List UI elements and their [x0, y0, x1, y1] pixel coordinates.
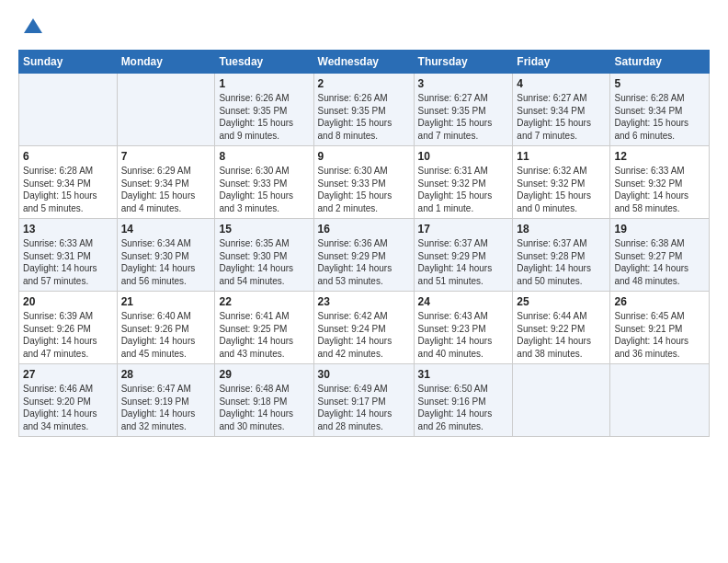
day-number: 17 [418, 223, 509, 236]
day-number: 6 [23, 150, 113, 163]
calendar-cell [610, 364, 710, 437]
calendar-cell: 4Sunrise: 6:27 AM Sunset: 9:34 PM Daylig… [513, 74, 610, 146]
day-info: Sunrise: 6:41 AM Sunset: 9:25 PM Dayligh… [219, 311, 293, 359]
day-number: 16 [318, 223, 410, 236]
calendar-cell: 2Sunrise: 6:26 AM Sunset: 9:35 PM Daylig… [313, 74, 414, 146]
calendar-cell: 27Sunrise: 6:46 AM Sunset: 9:20 PM Dayli… [19, 364, 118, 437]
calendar-cell: 16Sunrise: 6:36 AM Sunset: 9:29 PM Dayli… [313, 219, 414, 292]
day-number: 24 [418, 295, 509, 308]
day-number: 22 [219, 295, 309, 308]
calendar-cell: 12Sunrise: 6:33 AM Sunset: 9:32 PM Dayli… [610, 146, 710, 219]
calendar-cell: 28Sunrise: 6:47 AM Sunset: 9:19 PM Dayli… [117, 364, 215, 437]
day-info: Sunrise: 6:30 AM Sunset: 9:33 PM Dayligh… [219, 166, 293, 213]
day-info: Sunrise: 6:42 AM Sunset: 9:24 PM Dayligh… [318, 311, 392, 359]
day-number: 3 [418, 77, 509, 90]
calendar-cell: 24Sunrise: 6:43 AM Sunset: 9:23 PM Dayli… [414, 292, 513, 364]
day-info: Sunrise: 6:30 AM Sunset: 9:33 PM Dayligh… [318, 166, 392, 213]
day-number: 7 [121, 150, 211, 163]
day-info: Sunrise: 6:37 AM Sunset: 9:28 PM Dayligh… [517, 238, 591, 286]
logo-icon [20, 15, 46, 40]
day-info: Sunrise: 6:34 AM Sunset: 9:30 PM Dayligh… [121, 238, 196, 286]
weekday-header-monday: Monday [117, 51, 215, 74]
calendar-cell: 9Sunrise: 6:30 AM Sunset: 9:33 PM Daylig… [313, 146, 414, 219]
calendar-cell [117, 74, 215, 146]
weekday-header-sunday: Sunday [19, 51, 118, 74]
calendar-cell: 6Sunrise: 6:28 AM Sunset: 9:34 PM Daylig… [19, 146, 118, 219]
calendar-week-1: 1Sunrise: 6:26 AM Sunset: 9:35 PM Daylig… [19, 74, 710, 146]
day-info: Sunrise: 6:35 AM Sunset: 9:30 PM Dayligh… [219, 238, 293, 286]
day-number: 29 [219, 368, 309, 381]
day-info: Sunrise: 6:48 AM Sunset: 9:18 PM Dayligh… [219, 384, 293, 431]
day-number: 18 [517, 223, 606, 236]
day-number: 15 [219, 223, 309, 236]
day-number: 19 [614, 223, 705, 236]
calendar-cell: 18Sunrise: 6:37 AM Sunset: 9:28 PM Dayli… [513, 219, 610, 292]
day-info: Sunrise: 6:27 AM Sunset: 9:34 PM Dayligh… [517, 93, 591, 141]
calendar-cell: 8Sunrise: 6:30 AM Sunset: 9:33 PM Daylig… [215, 146, 313, 219]
day-info: Sunrise: 6:38 AM Sunset: 9:27 PM Dayligh… [614, 238, 688, 286]
day-info: Sunrise: 6:44 AM Sunset: 9:22 PM Dayligh… [517, 311, 591, 359]
day-number: 30 [318, 368, 410, 381]
calendar-week-2: 6Sunrise: 6:28 AM Sunset: 9:34 PM Daylig… [19, 146, 710, 219]
calendar: SundayMondayTuesdayWednesdayThursdayFrid… [18, 50, 710, 437]
calendar-cell: 29Sunrise: 6:48 AM Sunset: 9:18 PM Dayli… [215, 364, 313, 437]
calendar-cell: 21Sunrise: 6:40 AM Sunset: 9:26 PM Dayli… [117, 292, 215, 364]
day-number: 21 [121, 295, 211, 308]
calendar-cell: 17Sunrise: 6:37 AM Sunset: 9:29 PM Dayli… [414, 219, 513, 292]
day-info: Sunrise: 6:47 AM Sunset: 9:19 PM Dayligh… [121, 384, 196, 431]
calendar-cell [513, 364, 610, 437]
day-info: Sunrise: 6:50 AM Sunset: 9:16 PM Dayligh… [418, 384, 493, 431]
day-number: 25 [517, 295, 606, 308]
calendar-cell: 19Sunrise: 6:38 AM Sunset: 9:27 PM Dayli… [610, 219, 710, 292]
calendar-cell: 13Sunrise: 6:33 AM Sunset: 9:31 PM Dayli… [19, 219, 118, 292]
day-info: Sunrise: 6:36 AM Sunset: 9:29 PM Dayligh… [318, 238, 392, 286]
day-number: 1 [219, 77, 309, 90]
day-info: Sunrise: 6:29 AM Sunset: 9:34 PM Dayligh… [121, 166, 196, 213]
calendar-cell: 25Sunrise: 6:44 AM Sunset: 9:22 PM Dayli… [513, 292, 610, 364]
day-info: Sunrise: 6:26 AM Sunset: 9:35 PM Dayligh… [219, 93, 293, 141]
calendar-cell: 14Sunrise: 6:34 AM Sunset: 9:30 PM Dayli… [117, 219, 215, 292]
day-number: 23 [318, 295, 410, 308]
page: SundayMondayTuesdayWednesdayThursdayFrid… [0, 0, 728, 563]
day-number: 8 [219, 150, 309, 163]
calendar-cell: 26Sunrise: 6:45 AM Sunset: 9:21 PM Dayli… [610, 292, 710, 364]
day-number: 27 [23, 368, 113, 381]
day-info: Sunrise: 6:32 AM Sunset: 9:32 PM Dayligh… [517, 166, 591, 213]
calendar-week-5: 27Sunrise: 6:46 AM Sunset: 9:20 PM Dayli… [19, 364, 710, 437]
weekday-header-row: SundayMondayTuesdayWednesdayThursdayFrid… [19, 51, 710, 74]
calendar-cell: 10Sunrise: 6:31 AM Sunset: 9:32 PM Dayli… [414, 146, 513, 219]
day-number: 11 [517, 150, 606, 163]
day-number: 10 [418, 150, 509, 163]
weekday-header-friday: Friday [513, 51, 610, 74]
day-number: 31 [418, 368, 509, 381]
day-info: Sunrise: 6:28 AM Sunset: 9:34 PM Dayligh… [23, 166, 97, 213]
calendar-cell: 5Sunrise: 6:28 AM Sunset: 9:34 PM Daylig… [610, 74, 710, 146]
day-info: Sunrise: 6:40 AM Sunset: 9:26 PM Dayligh… [121, 311, 196, 359]
day-info: Sunrise: 6:27 AM Sunset: 9:35 PM Dayligh… [418, 93, 493, 141]
weekday-header-wednesday: Wednesday [313, 51, 414, 74]
day-number: 26 [614, 295, 705, 308]
weekday-header-tuesday: Tuesday [215, 51, 313, 74]
day-number: 4 [517, 77, 606, 90]
header [18, 15, 710, 40]
day-info: Sunrise: 6:31 AM Sunset: 9:32 PM Dayligh… [418, 166, 493, 213]
day-number: 2 [318, 77, 410, 90]
day-info: Sunrise: 6:33 AM Sunset: 9:31 PM Dayligh… [23, 238, 97, 286]
day-info: Sunrise: 6:37 AM Sunset: 9:29 PM Dayligh… [418, 238, 493, 286]
calendar-cell: 11Sunrise: 6:32 AM Sunset: 9:32 PM Dayli… [513, 146, 610, 219]
calendar-cell: 1Sunrise: 6:26 AM Sunset: 9:35 PM Daylig… [215, 74, 313, 146]
calendar-cell: 15Sunrise: 6:35 AM Sunset: 9:30 PM Dayli… [215, 219, 313, 292]
calendar-week-3: 13Sunrise: 6:33 AM Sunset: 9:31 PM Dayli… [19, 219, 710, 292]
day-number: 28 [121, 368, 211, 381]
weekday-header-thursday: Thursday [414, 51, 513, 74]
day-info: Sunrise: 6:33 AM Sunset: 9:32 PM Dayligh… [614, 166, 688, 213]
logo [18, 15, 46, 40]
calendar-cell: 31Sunrise: 6:50 AM Sunset: 9:16 PM Dayli… [414, 364, 513, 437]
calendar-cell: 3Sunrise: 6:27 AM Sunset: 9:35 PM Daylig… [414, 74, 513, 146]
day-number: 20 [23, 295, 113, 308]
calendar-cell: 7Sunrise: 6:29 AM Sunset: 9:34 PM Daylig… [117, 146, 215, 219]
calendar-week-4: 20Sunrise: 6:39 AM Sunset: 9:26 PM Dayli… [19, 292, 710, 364]
weekday-header-saturday: Saturday [610, 51, 710, 74]
day-info: Sunrise: 6:28 AM Sunset: 9:34 PM Dayligh… [614, 93, 688, 141]
day-info: Sunrise: 6:45 AM Sunset: 9:21 PM Dayligh… [614, 311, 688, 359]
